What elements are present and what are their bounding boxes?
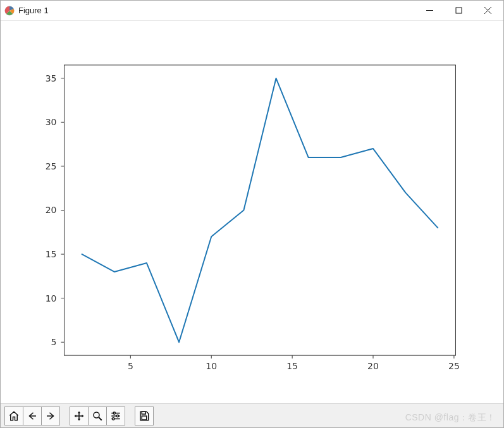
y-tick-label: 25 [46,161,57,171]
configure-button[interactable] [106,407,125,425]
matplotlib-window: Figure 1 5101520255101520253035 [0,0,504,428]
forward-button[interactable] [41,407,60,425]
window-title: Figure 1 [18,6,49,15]
line-series [82,78,438,342]
y-tick-label: 30 [46,117,57,127]
x-tick-label: 15 [286,361,298,371]
y-tick-label: 5 [51,337,57,347]
y-tick-label: 20 [46,205,57,215]
back-arrow-icon [27,410,38,422]
svg-point-12 [116,415,118,417]
zoom-button[interactable] [88,407,107,425]
x-tick-label: 20 [367,361,379,371]
titlebar: Figure 1 [1,1,503,21]
maximize-button[interactable] [444,1,473,21]
zoom-icon [92,410,103,422]
nav-toolbar: CSDN @flag：卷王！ [1,403,503,427]
forward-arrow-icon [45,410,56,422]
save-icon [138,410,150,422]
home-icon [8,410,20,422]
svg-line-8 [99,417,102,420]
y-tick-label: 15 [46,249,57,259]
svg-rect-15 [142,412,145,414]
window-controls [415,1,502,21]
svg-rect-2 [456,8,462,13]
watermark: CSDN @flag：卷王！ [405,412,496,424]
chart-svg: 5101520255101520253035 [1,21,503,403]
plot-area[interactable]: 5101520255101520253035 [1,21,503,403]
svg-point-10 [113,412,115,413]
minimize-button[interactable] [415,1,444,21]
pan-icon [73,410,85,422]
save-button[interactable] [135,407,154,425]
back-button[interactable] [23,407,42,425]
app-icon [4,6,15,16]
pan-button[interactable] [70,407,89,425]
x-tick-label: 5 [128,361,133,371]
svg-point-14 [113,417,114,419]
home-button[interactable] [4,407,23,425]
sliders-icon [110,410,121,422]
svg-point-7 [94,412,99,418]
y-tick-label: 35 [46,73,57,83]
close-button[interactable] [473,1,502,21]
y-tick-label: 10 [46,293,57,303]
x-tick-label: 25 [448,361,460,371]
axes-frame [64,65,455,355]
x-tick-label: 10 [206,361,217,371]
svg-rect-16 [142,416,147,420]
